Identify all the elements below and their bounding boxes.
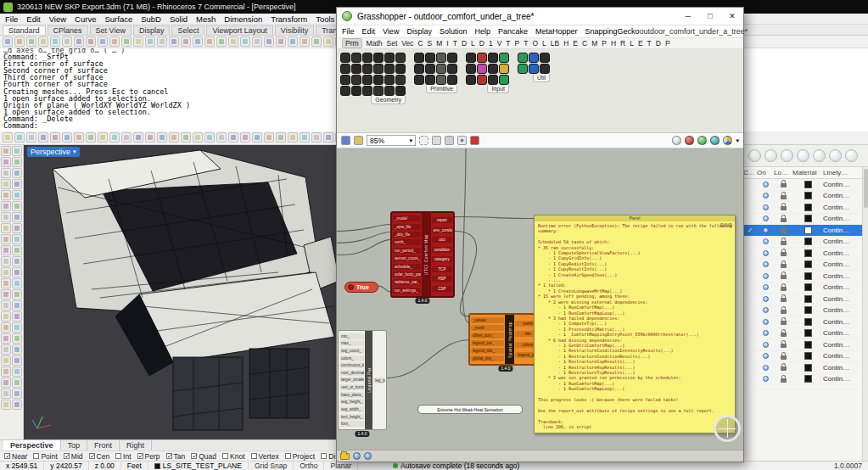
lock-icon[interactable]: [781, 241, 787, 245]
panel-tab-icon[interactable]: [797, 149, 809, 162]
layer-row[interactable]: Contin…: [743, 191, 868, 203]
input-param[interactable]: larger_smaller_: [339, 377, 364, 383]
toolbar-icon[interactable]: [133, 36, 143, 47]
component-icon[interactable]: [414, 53, 424, 63]
component-icon[interactable]: [414, 64, 424, 74]
osnap-vertex[interactable]: Vertex: [251, 452, 279, 461]
layer-material-cell[interactable]: [792, 306, 823, 314]
gh-tab-l-27[interactable]: L: [630, 39, 634, 48]
sidebar-tool-icon[interactable]: [12, 378, 22, 388]
lightbulb-icon[interactable]: [763, 215, 769, 221]
layer-on-cell[interactable]: [757, 365, 774, 371]
material-swatch[interactable]: [804, 215, 812, 222]
component-icon[interactable]: [529, 53, 539, 63]
toolbar-icon[interactable]: [38, 36, 48, 47]
component-icon[interactable]: [340, 64, 350, 74]
toolbar-icon[interactable]: [193, 36, 203, 47]
menu-transform[interactable]: Transform: [271, 14, 307, 24]
material-swatch[interactable]: [804, 272, 812, 280]
toolbar-icon[interactable]: [216, 132, 227, 143]
osnap-cen[interactable]: Cen: [89, 452, 110, 461]
sidebar-tool-icon[interactable]: [12, 400, 22, 410]
gh-tab-s-5[interactable]: S: [428, 39, 433, 48]
lightbulb-icon[interactable]: [763, 284, 769, 290]
component-icon[interactable]: [466, 64, 476, 74]
toolbar-icon[interactable]: [228, 36, 238, 47]
lightbulb-icon[interactable]: [763, 182, 769, 187]
toolbar-icon[interactable]: [240, 36, 250, 47]
sidebar-tool-icon[interactable]: [1, 212, 11, 222]
material-swatch[interactable]: [804, 192, 812, 199]
component-icon[interactable]: [499, 53, 509, 63]
sidebar-tool-icon[interactable]: [12, 267, 22, 277]
material-swatch[interactable]: [804, 283, 812, 291]
layer-on-cell[interactable]: [757, 353, 774, 359]
layer-lock-cell[interactable]: [774, 261, 792, 268]
checkbox-icon[interactable]: [222, 453, 228, 459]
layer-row[interactable]: Contin…: [743, 362, 868, 374]
lock-icon[interactable]: [781, 229, 787, 233]
sidebar-tool-icon[interactable]: [12, 344, 22, 355]
checkbox-icon[interactable]: [285, 453, 291, 459]
layer-on-cell[interactable]: [757, 376, 774, 382]
component-icon[interactable]: [436, 53, 446, 63]
toolbar-icon[interactable]: [157, 132, 167, 143]
component-icon[interactable]: [425, 75, 435, 85]
material-swatch[interactable]: [804, 260, 812, 268]
palette-tab-primitive[interactable]: Primitive: [426, 85, 457, 93]
layer-lock-cell[interactable]: [774, 353, 792, 360]
gh-tab-d-11[interactable]: D: [479, 39, 484, 48]
toolbar-icon[interactable]: [50, 132, 60, 143]
component-icon[interactable]: [340, 75, 350, 85]
checkbox-icon[interactable]: [251, 453, 257, 459]
panel-title[interactable]: Panel: [535, 215, 735, 221]
folder-icon[interactable]: [340, 453, 350, 460]
material-swatch[interactable]: [804, 329, 812, 337]
sidebar-tool-icon[interactable]: [1, 168, 11, 178]
toolbar-tab-set-view[interactable]: Set View: [90, 25, 132, 35]
gh-tab-p-15[interactable]: P: [515, 39, 520, 48]
toolbar-icon[interactable]: [311, 132, 322, 143]
lightbulb-icon[interactable]: [763, 319, 769, 325]
legend-parameters-component[interactable]: min_max_seg_count_colors_continuous_leg_…: [338, 330, 387, 430]
sidebar-tool-icon[interactable]: [12, 355, 22, 366]
sidebar-tool-icon[interactable]: [1, 311, 11, 322]
toolbar-icon[interactable]: [62, 36, 72, 47]
component-icon[interactable]: [488, 53, 498, 63]
layer-on-cell[interactable]: [757, 307, 774, 313]
sidebar-tool-icon[interactable]: [12, 179, 22, 189]
toolbar-icon[interactable]: [323, 132, 333, 143]
legend-name-strip[interactable]: Legend Par: [365, 331, 372, 429]
toolbar-icon[interactable]: [121, 132, 132, 143]
status-current-layer[interactable]: LS_SITE_TEST_PLANE: [148, 462, 249, 470]
menu-view[interactable]: View: [49, 14, 66, 24]
toolbar-icon[interactable]: [3, 36, 13, 47]
toolbar-icon[interactable]: [86, 132, 96, 143]
gh-menu-edit[interactable]: Edit: [362, 27, 376, 36]
layer-lock-cell[interactable]: [774, 193, 792, 199]
input-param[interactable]: offset_dom_: [471, 333, 504, 339]
rendered-preview-icon[interactable]: [697, 136, 707, 145]
gh-tab-r-26[interactable]: R: [620, 39, 625, 48]
sidebar-tool-icon[interactable]: [12, 278, 22, 288]
layer-material-cell[interactable]: [792, 352, 823, 360]
lightbulb-icon[interactable]: [763, 330, 769, 336]
layer-row[interactable]: Contin…: [743, 283, 868, 294]
pan-icon[interactable]: [445, 136, 454, 145]
component-icon[interactable]: [414, 75, 424, 85]
menu-tools[interactable]: Tools: [316, 14, 334, 24]
sidebar-tool-icon[interactable]: [12, 234, 22, 244]
palette-tab-input[interactable]: Input: [487, 85, 509, 93]
toolbar-icon[interactable]: [252, 132, 262, 143]
sidebar-tool-icon[interactable]: [1, 344, 11, 355]
component-icon[interactable]: [351, 53, 361, 63]
layer-material-cell[interactable]: [792, 215, 823, 222]
toolbar-icon[interactable]: [109, 132, 120, 143]
input-param[interactable]: run_period_: [393, 248, 421, 254]
toolbar-icon[interactable]: [109, 36, 120, 47]
component-icon[interactable]: [518, 64, 528, 74]
toolbar-icon[interactable]: [300, 36, 310, 47]
layer-on-cell[interactable]: [757, 284, 774, 290]
sidebar-tool-icon[interactable]: [1, 322, 11, 333]
toolbar-icon[interactable]: [276, 36, 286, 47]
